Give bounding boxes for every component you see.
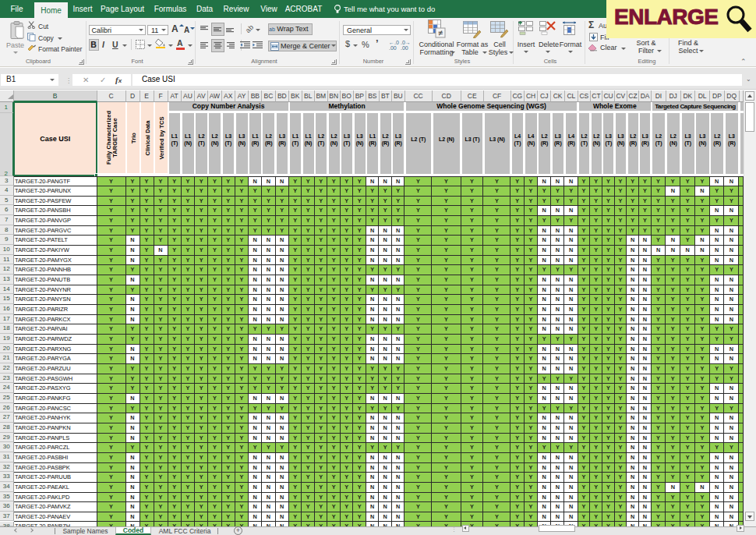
svg-text:≠: ≠: [438, 28, 443, 37]
